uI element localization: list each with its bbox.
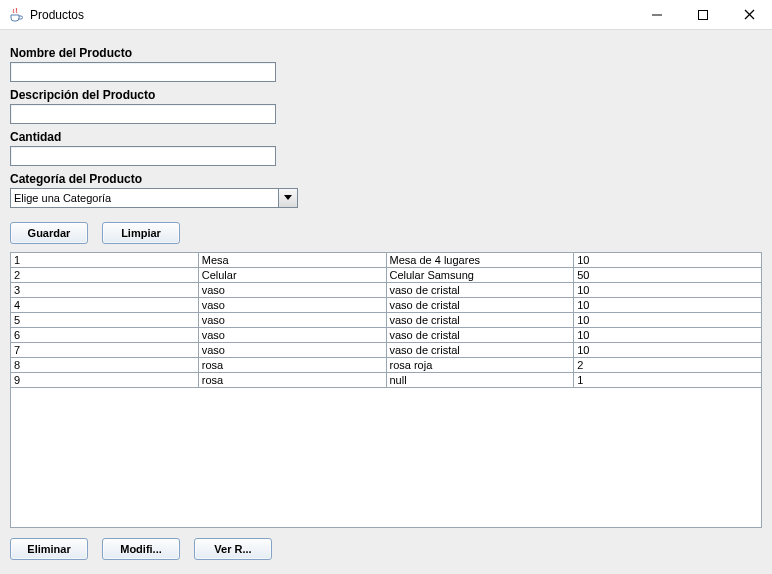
table-row[interactable]: 6vasovaso de cristal10 bbox=[11, 328, 762, 343]
table-row[interactable]: 1MesaMesa de 4 lugares10 bbox=[11, 253, 762, 268]
table-cell[interactable]: 6 bbox=[11, 328, 199, 343]
minimize-button[interactable] bbox=[634, 0, 680, 30]
form-button-row: Guardar Limpiar bbox=[10, 222, 762, 244]
ver-button[interactable]: Ver R... bbox=[194, 538, 272, 560]
table-cell[interactable]: 5 bbox=[11, 313, 199, 328]
table-cell[interactable]: Celular Samsung bbox=[386, 268, 574, 283]
cantidad-label: Cantidad bbox=[10, 130, 762, 144]
categoria-combobox[interactable]: Elige una Categoría bbox=[10, 188, 298, 208]
table-cell[interactable]: rosa bbox=[198, 358, 386, 373]
descripcion-input[interactable] bbox=[10, 104, 276, 124]
table-cell[interactable]: Mesa bbox=[198, 253, 386, 268]
table-cell[interactable]: 1 bbox=[11, 253, 199, 268]
table-cell[interactable]: vaso de cristal bbox=[386, 298, 574, 313]
table-cell[interactable]: 10 bbox=[574, 283, 762, 298]
table-cell[interactable]: vaso bbox=[198, 328, 386, 343]
table-row[interactable]: 9rosanull1 bbox=[11, 373, 762, 388]
table-cell[interactable]: rosa bbox=[198, 373, 386, 388]
table-cell[interactable]: 2 bbox=[11, 268, 199, 283]
nombre-input[interactable] bbox=[10, 62, 276, 82]
table-cell[interactable]: 9 bbox=[11, 373, 199, 388]
limpiar-button[interactable]: Limpiar bbox=[102, 222, 180, 244]
table-cell[interactable]: 7 bbox=[11, 343, 199, 358]
categoria-selected: Elige una Categoría bbox=[10, 188, 278, 208]
cantidad-input[interactable] bbox=[10, 146, 276, 166]
table-cell[interactable]: 10 bbox=[574, 298, 762, 313]
table-cell[interactable]: 3 bbox=[11, 283, 199, 298]
table-row[interactable]: 2CelularCelular Samsung50 bbox=[11, 268, 762, 283]
eliminar-button[interactable]: Eliminar bbox=[10, 538, 88, 560]
table-cell[interactable]: 10 bbox=[574, 313, 762, 328]
table-cell[interactable]: Celular bbox=[198, 268, 386, 283]
table-cell[interactable]: Mesa de 4 lugares bbox=[386, 253, 574, 268]
table-cell[interactable]: vaso bbox=[198, 343, 386, 358]
svg-marker-4 bbox=[284, 195, 292, 200]
maximize-button[interactable] bbox=[680, 0, 726, 30]
content-panel: Nombre del Producto Descripción del Prod… bbox=[0, 30, 772, 574]
table-cell[interactable]: rosa roja bbox=[386, 358, 574, 373]
table-row[interactable]: 5vasovaso de cristal10 bbox=[11, 313, 762, 328]
table-cell[interactable]: 1 bbox=[574, 373, 762, 388]
table-cell[interactable]: vaso de cristal bbox=[386, 343, 574, 358]
action-button-row: Eliminar Modifi... Ver R... bbox=[10, 538, 272, 560]
table-cell[interactable]: 8 bbox=[11, 358, 199, 373]
java-cup-icon bbox=[8, 7, 24, 23]
table-cell[interactable]: 10 bbox=[574, 343, 762, 358]
table-cell[interactable]: vaso de cristal bbox=[386, 283, 574, 298]
window-titlebar: Productos bbox=[0, 0, 772, 30]
table-row[interactable]: 8rosarosa roja2 bbox=[11, 358, 762, 373]
descripcion-label: Descripción del Producto bbox=[10, 88, 762, 102]
table-cell[interactable]: 50 bbox=[574, 268, 762, 283]
chevron-down-icon[interactable] bbox=[278, 188, 298, 208]
table-empty-area bbox=[10, 388, 762, 528]
table-cell[interactable]: 4 bbox=[11, 298, 199, 313]
categoria-label: Categoría del Producto bbox=[10, 172, 762, 186]
table-cell[interactable]: vaso de cristal bbox=[386, 328, 574, 343]
table-cell[interactable]: 10 bbox=[574, 328, 762, 343]
table-cell[interactable]: null bbox=[386, 373, 574, 388]
table-row[interactable]: 7vasovaso de cristal10 bbox=[11, 343, 762, 358]
table-cell[interactable]: vaso bbox=[198, 283, 386, 298]
table-cell[interactable]: vaso bbox=[198, 313, 386, 328]
svg-rect-1 bbox=[699, 10, 708, 19]
table-cell[interactable]: vaso bbox=[198, 298, 386, 313]
window-title: Productos bbox=[30, 8, 84, 22]
guardar-button[interactable]: Guardar bbox=[10, 222, 88, 244]
table-cell[interactable]: 10 bbox=[574, 253, 762, 268]
productos-table[interactable]: 1MesaMesa de 4 lugares102CelularCelular … bbox=[10, 252, 762, 388]
table-row[interactable]: 3vasovaso de cristal10 bbox=[11, 283, 762, 298]
table-cell[interactable]: 2 bbox=[574, 358, 762, 373]
modificar-button[interactable]: Modifi... bbox=[102, 538, 180, 560]
productos-table-wrap: 1MesaMesa de 4 lugares102CelularCelular … bbox=[10, 252, 762, 528]
close-button[interactable] bbox=[726, 0, 772, 30]
nombre-label: Nombre del Producto bbox=[10, 46, 762, 60]
table-row[interactable]: 4vasovaso de cristal10 bbox=[11, 298, 762, 313]
table-cell[interactable]: vaso de cristal bbox=[386, 313, 574, 328]
